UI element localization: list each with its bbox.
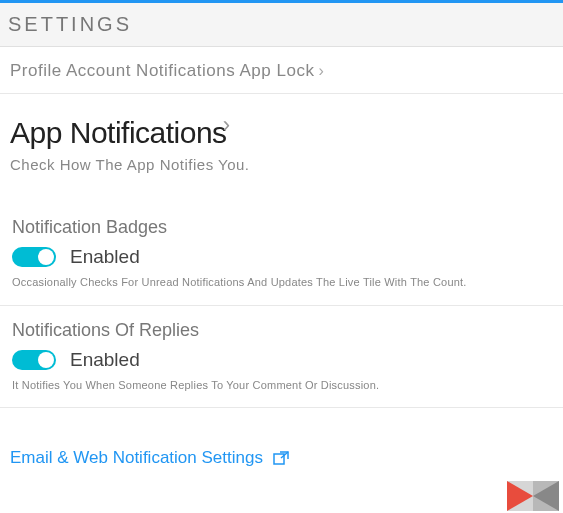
email-web-notification-settings-link[interactable]: Email & Web Notification Settings [10,448,553,468]
toggle-row: Enabled [12,349,553,371]
chevron-right-icon: › [223,112,230,137]
link-label: Email & Web Notification Settings [10,448,263,468]
chevron-right-icon: › [318,62,324,79]
page-title-text: App Notifications [10,116,227,149]
section-notification-badges: Notification Badges Enabled Occasionally… [0,203,563,306]
page-header-title: SETTINGS [8,13,555,36]
brand-logo [507,481,559,511]
tab-labels[interactable]: Profile Account Notifications App Lock [10,61,314,80]
toggle-notifications-replies[interactable] [12,350,56,370]
svg-rect-0 [274,454,284,464]
section-title: Notifications Of Replies [12,320,553,341]
page-title: App Notifications› [10,112,553,150]
toggle-notification-badges[interactable] [12,247,56,267]
toggle-state-label: Enabled [70,349,140,371]
section-description: Occasionally Checks For Unread Notificat… [12,274,553,291]
toggle-row: Enabled [12,246,553,268]
section-description: It Notifies You When Someone Replies To … [12,377,553,394]
toggle-state-label: Enabled [70,246,140,268]
external-link-icon [273,451,289,465]
link-section: Email & Web Notification Settings [0,408,563,478]
section-title: Notification Badges [12,217,553,238]
page-subtitle: Check How The App Notifies You. [10,156,553,173]
page-heading-block: App Notifications› Check How The App Not… [0,94,563,183]
section-notifications-replies: Notifications Of Replies Enabled It Noti… [0,306,563,409]
tab-bar[interactable]: Profile Account Notifications App Lock› [0,47,563,94]
page-header: SETTINGS [0,3,563,47]
